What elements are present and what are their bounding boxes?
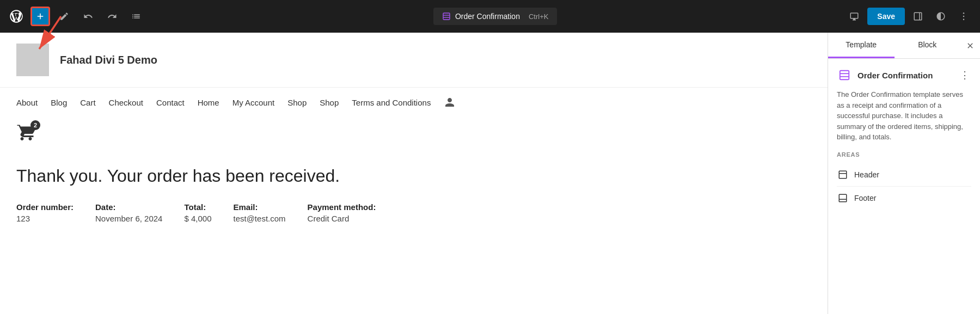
template-title: Order Confirmation [857, 71, 953, 80]
order-email-value: test@test.com [233, 214, 285, 223]
svg-rect-15 [839, 194, 847, 202]
nav-item-home[interactable]: Home [198, 98, 219, 107]
order-date-value: November 6, 2024 [95, 214, 162, 223]
header-area-name: Header [854, 170, 879, 179]
main-area: Fahad Divi 5 Demo About Blog Cart Checko… [0, 33, 980, 314]
nav-item-contact[interactable]: Contact [156, 98, 185, 107]
view-desktop-button[interactable] [844, 7, 864, 26]
page-title-button[interactable]: Order Confirmation Ctrl+K [433, 8, 558, 25]
list-view-icon [131, 11, 141, 21]
cart-icon-wrap[interactable]: 2 [16, 122, 36, 144]
areas-label: AREAS [837, 151, 971, 158]
order-total-value: $ 4,000 [184, 214, 211, 223]
order-payment-value: Credit Card [308, 214, 376, 223]
order-detail-date: Date: November 6, 2024 [95, 202, 162, 223]
toolbar: Order Confirmation Ctrl+K Save [0, 0, 980, 33]
site-header: Fahad Divi 5 Demo [0, 33, 828, 88]
site-navigation: About Blog Cart Checkout Contact Home My… [0, 88, 828, 117]
undo-button[interactable] [78, 7, 98, 26]
svg-point-9 [963, 19, 965, 21]
panel-template-header: Order Confirmation ⋮ [837, 67, 971, 83]
close-icon [966, 41, 975, 50]
order-date-label: Date: [95, 202, 162, 212]
header-area-icon [837, 169, 849, 181]
svg-point-7 [963, 13, 965, 14]
cart-area: 2 [0, 117, 828, 150]
order-thank-you-message: Thank you. Your order has been received. [16, 166, 811, 186]
order-content: Thank you. Your order has been received.… [0, 150, 828, 239]
toolbar-right: Save [844, 7, 973, 26]
style-toggle-button[interactable] [931, 7, 951, 26]
nav-item-about[interactable]: About [16, 98, 38, 107]
add-block-button[interactable] [30, 7, 50, 26]
order-detail-total: Total: $ 4,000 [184, 202, 211, 223]
nav-item-shop-1[interactable]: Shop [287, 98, 307, 107]
nav-item-cart[interactable]: Cart [80, 98, 95, 107]
order-payment-label: Payment method: [308, 202, 376, 212]
wp-icon [9, 9, 24, 24]
area-item-footer[interactable]: Footer [837, 187, 971, 210]
template-description: The Order Confirmation template serves a… [837, 89, 971, 143]
canvas-inner: Fahad Divi 5 Demo About Blog Cart Checko… [0, 33, 828, 314]
template-page-icon [838, 69, 850, 81]
panel-close-button[interactable] [960, 36, 980, 56]
footer-area-icon [837, 192, 849, 204]
order-details: Order number: 123 Date: November 6, 2024… [16, 202, 811, 223]
order-detail-payment: Payment method: Credit Card [308, 202, 376, 223]
toolbar-center: Order Confirmation Ctrl+K [150, 8, 840, 25]
svg-rect-2 [443, 13, 450, 20]
template-icon [837, 67, 852, 83]
more-icon [958, 11, 969, 22]
sidebar-icon [913, 11, 923, 21]
nav-item-my-account[interactable]: My Account [232, 98, 275, 107]
sidebar-toggle-button[interactable] [908, 7, 928, 26]
redo-button[interactable] [102, 7, 122, 26]
desktop-icon [849, 11, 859, 21]
svg-rect-13 [839, 171, 847, 178]
tab-block[interactable]: Block [895, 33, 961, 58]
shortcut-hint: Ctrl+K [529, 13, 548, 21]
footer-layout-icon [838, 193, 848, 203]
plus-icon [35, 11, 45, 21]
svg-rect-10 [840, 71, 849, 80]
save-button[interactable]: Save [867, 8, 905, 25]
template-options-button[interactable]: ⋮ [958, 69, 971, 82]
nav-item-shop-2[interactable]: Shop [320, 98, 339, 107]
redo-icon [107, 11, 117, 21]
nav-item-blog[interactable]: Blog [51, 98, 67, 107]
nav-item-terms[interactable]: Terms and Conditions [352, 98, 431, 107]
page-title-text: Order Confirmation [455, 12, 520, 21]
cart-badge: 2 [30, 120, 40, 130]
person-icon [444, 97, 455, 108]
order-number-value: 123 [16, 214, 74, 223]
more-options-button[interactable] [954, 7, 973, 26]
order-number-label: Order number: [16, 202, 74, 212]
order-detail-number: Order number: 123 [16, 202, 74, 223]
svg-rect-5 [914, 13, 922, 20]
wordpress-logo[interactable] [7, 7, 26, 26]
order-total-label: Total: [184, 202, 211, 212]
list-view-button[interactable] [126, 7, 146, 26]
site-title: Fahad Divi 5 Demo [60, 54, 157, 66]
pencil-icon [59, 11, 69, 21]
canvas[interactable]: Fahad Divi 5 Demo About Blog Cart Checko… [0, 33, 828, 314]
footer-area-name: Footer [854, 194, 876, 202]
order-detail-email: Email: test@test.com [233, 202, 285, 223]
edit-tool-button[interactable] [54, 7, 74, 26]
header-layout-icon [838, 170, 848, 180]
right-panel: Template Block Order Confirmation ⋮ [828, 33, 980, 314]
page-icon [442, 12, 451, 21]
tab-template[interactable]: Template [828, 33, 895, 58]
contrast-icon [936, 11, 946, 21]
area-item-header[interactable]: Header [837, 163, 971, 187]
user-icon-nav[interactable] [444, 96, 456, 108]
site-logo [16, 44, 49, 76]
panel-tabs: Template Block [828, 33, 980, 59]
svg-point-8 [963, 16, 965, 17]
panel-body: Order Confirmation ⋮ The Order Confirmat… [828, 59, 980, 314]
undo-icon [83, 11, 93, 21]
nav-item-checkout[interactable]: Checkout [109, 98, 143, 107]
order-email-label: Email: [233, 202, 285, 212]
